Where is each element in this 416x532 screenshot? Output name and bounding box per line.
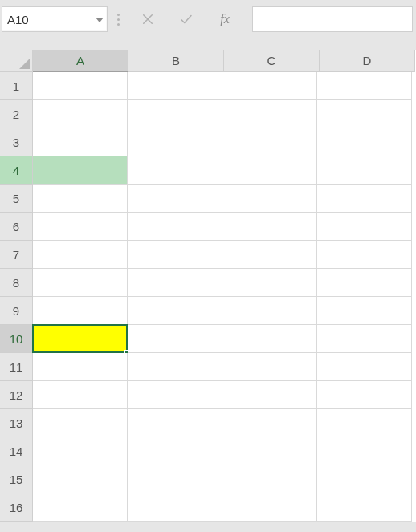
spreadsheet-grid[interactable]: A B C D 1 2 3 4 5 6 [0,50,416,522]
formula-bar-separator [112,14,124,26]
cell-D7[interactable] [317,241,412,269]
cell-B11[interactable] [128,353,222,381]
cell-C4[interactable] [222,156,317,185]
cell-C8[interactable] [222,269,317,297]
cell-C11[interactable] [222,353,317,381]
cell-B13[interactable] [128,409,222,437]
cell-A3[interactable] [33,128,128,156]
select-all-corner[interactable] [0,50,33,72]
cell-D6[interactable] [317,213,412,241]
cell-A9[interactable] [33,297,128,325]
formula-bar-buttons: fx [128,7,244,31]
cell-D9[interactable] [317,297,412,325]
cell-A1[interactable] [33,72,128,100]
cell-D4[interactable] [317,156,412,185]
name-box-dropdown-icon[interactable] [92,15,107,24]
cell-D12[interactable] [317,381,412,409]
row: 9 [0,297,416,325]
cell-A12[interactable] [33,381,128,409]
row-header-15[interactable]: 15 [0,465,33,493]
cell-C2[interactable] [222,100,317,128]
row-header-10[interactable]: 10 [0,325,33,353]
column-header-C[interactable]: C [224,50,320,72]
cell-D14[interactable] [317,437,412,465]
column-header-D[interactable]: D [320,50,415,72]
row: 12 [0,381,416,409]
cell-C14[interactable] [222,437,317,465]
cell-A14[interactable] [33,437,128,465]
column-header-B[interactable]: B [128,50,224,72]
row-header-1[interactable]: 1 [0,72,33,100]
row-header-12[interactable]: 12 [0,381,33,409]
formula-input[interactable] [253,13,412,26]
cell-A6[interactable] [33,213,128,241]
cell-B16[interactable] [128,493,222,522]
cell-C7[interactable] [222,241,317,269]
cell-B2[interactable] [128,100,222,128]
cell-A16[interactable] [33,493,128,522]
cell-C9[interactable] [222,297,317,325]
cell-B14[interactable] [128,437,222,465]
cell-A15[interactable] [33,465,128,493]
cancel-button[interactable] [128,7,167,31]
cell-C15[interactable] [222,465,317,493]
cell-A7[interactable] [33,241,128,269]
row-header-6[interactable]: 6 [0,213,33,241]
insert-function-button[interactable]: fx [206,7,244,31]
row: 16 [0,493,416,522]
row: 2 [0,100,416,128]
row-header-8[interactable]: 8 [0,269,33,297]
cell-D10[interactable] [317,325,412,353]
cell-A2[interactable] [33,100,128,128]
cell-D3[interactable] [317,128,412,156]
cell-D2[interactable] [317,100,412,128]
row-header-2[interactable]: 2 [0,100,33,128]
cell-B15[interactable] [128,465,222,493]
row-header-5[interactable]: 5 [0,185,33,213]
cell-A11[interactable] [33,353,128,381]
row-header-4[interactable]: 4 [0,156,33,185]
cell-D15[interactable] [317,465,412,493]
formula-input-wrap[interactable] [252,6,413,32]
row-header-16[interactable]: 16 [0,493,33,522]
cell-C12[interactable] [222,381,317,409]
cell-C5[interactable] [222,185,317,213]
row-header-9[interactable]: 9 [0,297,33,325]
cell-A4[interactable] [33,156,128,185]
cell-D8[interactable] [317,269,412,297]
cell-B7[interactable] [128,241,222,269]
cell-B4[interactable] [128,156,222,185]
cell-A10[interactable] [33,325,128,353]
cell-B9[interactable] [128,297,222,325]
cell-D11[interactable] [317,353,412,381]
cell-A13[interactable] [33,409,128,437]
row-header-13[interactable]: 13 [0,409,33,437]
cell-D5[interactable] [317,185,412,213]
cell-B1[interactable] [128,72,222,100]
cell-C10[interactable] [222,325,317,353]
cell-C6[interactable] [222,213,317,241]
cell-C1[interactable] [222,72,317,100]
enter-button[interactable] [167,7,206,31]
row-header-3[interactable]: 3 [0,128,33,156]
name-box-input[interactable] [2,13,92,26]
cell-C16[interactable] [222,493,317,522]
cell-B8[interactable] [128,269,222,297]
cell-D13[interactable] [317,409,412,437]
cell-C3[interactable] [222,128,317,156]
row-header-14[interactable]: 14 [0,437,33,465]
cell-C13[interactable] [222,409,317,437]
cell-B3[interactable] [128,128,222,156]
cell-B5[interactable] [128,185,222,213]
cell-D1[interactable] [317,72,412,100]
cell-D16[interactable] [317,493,412,522]
cell-B12[interactable] [128,381,222,409]
name-box[interactable] [2,6,108,32]
cell-A5[interactable] [33,185,128,213]
row-header-7[interactable]: 7 [0,241,33,269]
cell-A8[interactable] [33,269,128,297]
row-header-11[interactable]: 11 [0,353,33,381]
cell-B10[interactable] [128,325,222,353]
column-header-A[interactable]: A [33,50,128,72]
cell-B6[interactable] [128,213,222,241]
